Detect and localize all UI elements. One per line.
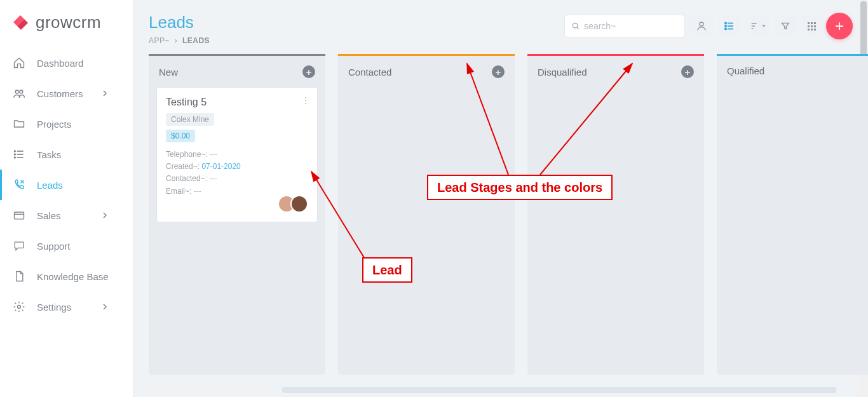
sidebar-item-sales[interactable]: Sales (0, 200, 133, 231)
card-menu-button[interactable]: ⋮ (301, 95, 311, 105)
chevron-right-icon (101, 90, 109, 97)
card-tag: Colex Mine (166, 113, 214, 126)
sidebar-item-kb[interactable]: Knowledge Base (0, 261, 133, 292)
svg-point-5 (15, 151, 16, 152)
brand-logo: growcrm (0, 0, 133, 43)
search-icon (571, 21, 580, 31)
sidebar-item-label: Knowledge Base (37, 271, 109, 282)
kanban-board: New + ⋮ Testing 5 Colex Mine $0.00 Telep… (133, 54, 868, 375)
card-assignees (166, 195, 308, 213)
svg-point-1 (20, 90, 23, 93)
breadcrumb-root[interactable]: APP~ (149, 36, 170, 45)
lead-card[interactable]: ⋮ Testing 5 Colex Mine $0.00 Telephone~:… (156, 87, 318, 222)
sidebar-item-support[interactable]: Support (0, 231, 133, 261)
sidebar-item-leads[interactable]: Leads (0, 170, 133, 200)
annotation-stages: Lead Stages and the colors (427, 175, 613, 200)
add-card-button[interactable]: + (492, 65, 505, 78)
plus-icon: + (835, 17, 844, 35)
sidebar-item-label: Customers (37, 88, 83, 99)
chevron-right-icon (101, 303, 109, 311)
sidebar-item-label: Settings (37, 302, 71, 313)
svg-point-11 (573, 23, 578, 28)
card-icon (13, 209, 25, 222)
stage-label: Contacted (348, 67, 391, 77)
users-icon (13, 87, 25, 100)
svg-point-17 (725, 22, 726, 24)
add-card-button[interactable]: + (302, 65, 315, 78)
chevron-right-icon (101, 212, 109, 219)
svg-point-13 (700, 22, 703, 26)
doc-icon (13, 270, 25, 283)
filter-button[interactable] (774, 15, 797, 37)
home-icon (13, 57, 25, 69)
grid-icon (808, 22, 816, 30)
svg-point-7 (15, 157, 16, 158)
search-box[interactable] (564, 15, 685, 37)
sort-button[interactable] (746, 15, 769, 37)
sort-icon (750, 21, 760, 31)
sidebar-item-label: Support (37, 241, 71, 252)
breadcrumb-current: LEADS (182, 36, 210, 45)
sidebar-item-label: Leads (37, 180, 63, 191)
brand-icon (11, 13, 31, 32)
list-icon (13, 148, 25, 161)
stage-label: Disqualified (538, 67, 587, 77)
annotation-lead: Lead (362, 257, 412, 283)
list-view-icon (724, 20, 735, 32)
stage-column-new: New + ⋮ Testing 5 Colex Mine $0.00 Telep… (149, 54, 325, 375)
add-lead-fab[interactable]: + (826, 13, 853, 39)
svg-point-19 (725, 28, 726, 29)
scrollbar-horizontal[interactable] (282, 387, 836, 393)
sidebar: growcrm Dashboard Customers Projects Tas… (0, 0, 133, 397)
stage-column-disqualified: Disqualified + (527, 54, 704, 375)
svg-point-6 (15, 154, 16, 155)
brand-text: growcrm (36, 13, 101, 32)
filter-icon (780, 21, 790, 31)
sidebar-nav: Dashboard Customers Projects Tasks Leads… (0, 48, 133, 322)
svg-point-0 (15, 90, 18, 93)
grid-button[interactable] (802, 15, 821, 37)
svg-rect-8 (15, 212, 24, 219)
card-amount: $0.00 (166, 130, 195, 142)
chat-icon (13, 239, 25, 252)
sidebar-item-label: Dashboard (37, 58, 83, 69)
sidebar-item-label: Tasks (37, 149, 61, 160)
sidebar-item-tasks[interactable]: Tasks (0, 139, 133, 170)
sidebar-item-dashboard[interactable]: Dashboard (0, 48, 133, 78)
folder-icon (13, 118, 25, 130)
stage-column-contacted: Contacted + (338, 54, 515, 375)
svg-point-10 (18, 306, 21, 309)
card-meta: Telephone~: --- Created~: 07-01-2020 Con… (166, 149, 308, 198)
sidebar-item-projects[interactable]: Projects (0, 109, 133, 139)
person-icon (696, 20, 707, 32)
search-input[interactable] (584, 21, 678, 31)
svg-line-12 (577, 27, 579, 29)
user-button[interactable] (690, 15, 713, 37)
sidebar-item-label: Projects (37, 119, 71, 130)
stage-column-qualified: Qualified (717, 54, 868, 375)
breadcrumb: APP~ › LEADS (149, 36, 210, 45)
sidebar-item-label: Sales (37, 210, 61, 221)
view-list-button[interactable] (718, 15, 741, 37)
card-title: Testing 5 (166, 97, 308, 108)
add-card-button[interactable]: + (681, 65, 694, 78)
svg-point-18 (725, 25, 726, 27)
stage-label: New (159, 67, 178, 77)
gear-icon (13, 300, 25, 313)
sidebar-item-settings[interactable]: Settings (0, 292, 133, 322)
page-header: Leads APP~ › LEADS (133, 0, 868, 50)
avatar (290, 195, 308, 213)
page-title: Leads (149, 13, 210, 32)
stage-label: Qualified (727, 65, 764, 76)
sidebar-item-customers[interactable]: Customers (0, 78, 133, 109)
phone-icon (13, 178, 25, 191)
